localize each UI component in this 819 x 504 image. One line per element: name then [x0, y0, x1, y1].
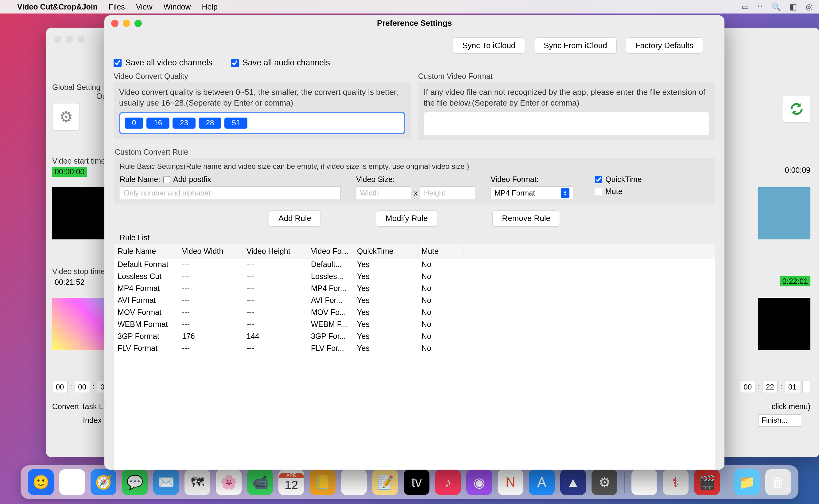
- podcasts-icon[interactable]: ◉: [466, 469, 492, 495]
- safari-icon[interactable]: 🧭: [91, 469, 116, 495]
- table-cell: ---: [243, 306, 307, 318]
- photos-icon[interactable]: 🌸: [216, 469, 242, 495]
- app4-icon[interactable]: 🎬: [694, 469, 720, 495]
- reminders-icon[interactable]: ☑: [341, 469, 367, 495]
- col-video-width[interactable]: Video Width: [178, 244, 243, 258]
- table-cell: ---: [178, 318, 243, 330]
- quality-token[interactable]: 16: [146, 118, 169, 129]
- table-row[interactable]: 3GP Format1761443GP For...YesNo: [114, 330, 715, 342]
- app3-icon[interactable]: ⚕: [663, 469, 689, 495]
- mute-input[interactable]: [595, 188, 602, 195]
- table-cell: ---: [178, 258, 243, 270]
- save-audio-channels-input[interactable]: [231, 59, 239, 67]
- video-format-select[interactable]: MP4 Format ▲▼: [491, 186, 573, 200]
- table-cell: Lossless Cut: [114, 270, 178, 282]
- app-name[interactable]: Video Cut&Crop&Join: [17, 2, 98, 11]
- quicktime-checkbox[interactable]: QuickTime: [595, 175, 642, 184]
- table-row[interactable]: WEBM Format------WEBM F...YesNo: [114, 318, 715, 330]
- refresh-button[interactable]: [783, 95, 810, 123]
- settings-gear-icon[interactable]: ⚙: [52, 103, 80, 131]
- width-input[interactable]: [356, 186, 411, 200]
- table-row[interactable]: MP4 Format------MP4 For...YesNo: [114, 282, 715, 294]
- trash-icon[interactable]: 🗑: [765, 469, 791, 495]
- news-icon[interactable]: N: [498, 469, 523, 495]
- time-stepper-right[interactable]: 00: 22: 01: [740, 381, 810, 393]
- finder-icon[interactable]: 🙂: [28, 469, 54, 495]
- quality-description: Video convert quality is between 0~51, t…: [119, 87, 405, 108]
- modify-rule-button[interactable]: Modify Rule: [376, 210, 437, 227]
- quality-token[interactable]: 0: [125, 118, 143, 129]
- save-video-channels-checkbox[interactable]: Save all video channels: [114, 58, 212, 68]
- traffic-lights[interactable]: [111, 20, 142, 27]
- calendar-icon[interactable]: APR 12: [278, 469, 304, 495]
- messages-icon[interactable]: 💬: [122, 469, 148, 495]
- stepper-ss[interactable]: 01: [785, 381, 800, 393]
- facetime-icon[interactable]: 📹: [247, 469, 273, 495]
- quality-token[interactable]: 51: [224, 118, 247, 129]
- pref-title: Preference Settings: [377, 18, 452, 28]
- app2-icon[interactable]: 🖼: [631, 469, 657, 495]
- custom-format-field[interactable]: [424, 112, 710, 135]
- add-postfix-label: Add postfix: [173, 175, 211, 184]
- quality-token[interactable]: 23: [173, 118, 196, 129]
- downloads-icon[interactable]: 📁: [734, 469, 760, 495]
- control-center-icon[interactable]: ▭: [741, 2, 749, 12]
- settings-icon[interactable]: ⚙: [592, 469, 617, 495]
- quicktime-label: QuickTime: [605, 175, 642, 184]
- quality-token[interactable]: 28: [199, 118, 222, 129]
- spotlight-icon[interactable]: 🔍: [771, 2, 781, 12]
- height-input[interactable]: [420, 186, 475, 200]
- factory-defaults-button[interactable]: Factory Defaults: [626, 37, 703, 54]
- add-postfix-checkbox[interactable]: [163, 176, 170, 183]
- table-row[interactable]: FLV Format------FLV For...YesNo: [114, 342, 715, 354]
- table-row[interactable]: MOV Format------MOV Fo...YesNo: [114, 306, 715, 318]
- rule-name-input[interactable]: [120, 186, 341, 200]
- dock-separator: [727, 471, 727, 493]
- stepper-buttons[interactable]: [802, 381, 810, 393]
- close-icon[interactable]: [111, 20, 118, 27]
- add-rule-button[interactable]: Add Rule: [269, 210, 321, 227]
- menu-window[interactable]: Window: [164, 2, 191, 11]
- col-video-format[interactable]: Video For...: [307, 244, 353, 258]
- help-icon[interactable]: ◎: [806, 2, 813, 12]
- menu-view[interactable]: View: [136, 2, 153, 11]
- table-cell: AVI Format: [114, 294, 178, 306]
- stepper-hh[interactable]: 00: [740, 381, 755, 393]
- col-rule-name[interactable]: Rule Name: [114, 244, 178, 258]
- quality-token-field[interactable]: 0 16 23 28 51: [119, 112, 405, 134]
- col-mute[interactable]: Mute: [418, 244, 464, 258]
- col-quicktime[interactable]: QuickTime: [353, 244, 418, 258]
- col-video-height[interactable]: Video Height: [243, 244, 307, 258]
- save-video-channels-input[interactable]: [114, 59, 122, 67]
- click-menu-label: -click menu): [769, 402, 810, 411]
- sync-to-icloud-button[interactable]: Sync To iCloud: [453, 37, 525, 54]
- contacts-icon[interactable]: 📒: [310, 469, 336, 495]
- table-row[interactable]: Default Format------Default...YesNo: [114, 258, 715, 270]
- maps-icon[interactable]: 🗺: [184, 469, 210, 495]
- maximize-icon[interactable]: [134, 20, 142, 27]
- toggle-icon[interactable]: ◧: [790, 2, 797, 12]
- quicktime-input[interactable]: [595, 176, 602, 183]
- wifi-icon[interactable]: ⌔: [758, 2, 763, 12]
- mute-checkbox[interactable]: Mute: [595, 187, 642, 196]
- stepper-mm[interactable]: 22: [762, 381, 778, 393]
- mail-icon[interactable]: ✉️: [153, 469, 179, 495]
- menu-files[interactable]: Files: [109, 2, 125, 11]
- index-label: Index: [83, 416, 102, 425]
- launchpad-icon[interactable]: ▦: [59, 469, 85, 495]
- remove-rule-button[interactable]: Remove Rule: [492, 210, 560, 227]
- stepper-mm[interactable]: 00: [75, 381, 90, 393]
- table-row[interactable]: Lossless Cut------Lossles...YesNo: [114, 270, 715, 282]
- music-icon[interactable]: ♪: [435, 469, 461, 495]
- appstore-icon[interactable]: A: [529, 469, 555, 495]
- notes-icon[interactable]: 📝: [372, 469, 398, 495]
- table-row[interactable]: AVI Format------AVI For...YesNo: [114, 294, 715, 306]
- save-audio-channels-checkbox[interactable]: Save all audio channels: [231, 58, 330, 68]
- minimize-icon[interactable]: [123, 20, 130, 27]
- app1-icon[interactable]: ▲: [560, 469, 586, 495]
- sync-from-icloud-button[interactable]: Sync From iCloud: [534, 37, 617, 54]
- menu-help[interactable]: Help: [202, 2, 218, 11]
- table-cell: Yes: [353, 294, 418, 306]
- tv-icon[interactable]: tv: [404, 469, 429, 495]
- stepper-hh[interactable]: 00: [52, 381, 68, 393]
